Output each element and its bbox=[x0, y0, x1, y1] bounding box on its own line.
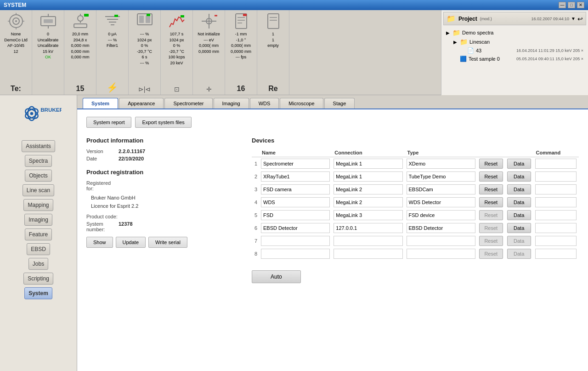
toolbar-spectrum[interactable]: 107,7 s 1024 px 0 % -20,7 °C 100 kcps 20… bbox=[161, 10, 193, 95]
project-dropdown-icon[interactable]: ▼ bbox=[571, 16, 576, 21]
sidebar-btn-imaging[interactable]: Imaging bbox=[24, 214, 52, 226]
device-connection-input[interactable] bbox=[334, 249, 402, 259]
auto-button[interactable]: Auto bbox=[252, 270, 301, 283]
tab-system[interactable]: System bbox=[83, 98, 118, 108]
device-reset-button[interactable]: Reset bbox=[479, 223, 503, 233]
devices-title: Devices bbox=[252, 137, 579, 144]
sidebar-btn-jobs[interactable]: Jobs bbox=[28, 258, 48, 270]
device-type-input[interactable] bbox=[407, 159, 475, 169]
device-type-input[interactable] bbox=[407, 184, 475, 194]
sidebar-btn-scripting[interactable]: Scripting bbox=[23, 273, 53, 285]
system-report-button[interactable]: System report bbox=[86, 117, 131, 128]
device-reset-button[interactable]: Reset bbox=[479, 210, 503, 220]
tab-imaging[interactable]: Imaging bbox=[214, 98, 249, 108]
device-type-input[interactable] bbox=[407, 249, 475, 259]
sidebar-btn-line-scan[interactable]: Line scan bbox=[23, 184, 54, 196]
project-panel: 📁 Project (mod.) 16.02.2007 09:44:10 ▼ ↩… bbox=[441, 10, 588, 95]
device-command-input[interactable] bbox=[535, 159, 577, 169]
write-serial-button[interactable]: Write serial bbox=[148, 237, 187, 248]
device-connection-input[interactable] bbox=[334, 197, 402, 207]
device-type-input[interactable] bbox=[407, 197, 475, 207]
device-name-input[interactable] bbox=[261, 249, 330, 259]
device-data-button[interactable]: Data bbox=[507, 171, 531, 182]
device-reset-button[interactable]: Reset bbox=[479, 171, 503, 182]
update-button[interactable]: Update bbox=[116, 237, 146, 248]
close-button[interactable]: ✕ bbox=[577, 2, 584, 8]
toolbar-detector[interactable]: --- % 1024 px 0 % -20,7 °C 6 s --- % ⊳|⊲ bbox=[129, 10, 161, 95]
device-data-button[interactable]: Data bbox=[507, 249, 531, 259]
device-type-input[interactable] bbox=[407, 210, 475, 220]
tree-item-43[interactable]: 📄 43 16.04.2014 11:01:29 15,0 keV 205 × bbox=[444, 46, 585, 55]
toolbar-wds[interactable]: Not initialize --- eV 0,000( mm 0,0000 m… bbox=[193, 10, 225, 95]
stage-icon bbox=[39, 12, 57, 30]
tree-item-linescan[interactable]: ▶ 📁 Linescan bbox=[444, 37, 585, 46]
device-name-input[interactable] bbox=[261, 236, 330, 246]
device-type-input[interactable] bbox=[407, 223, 475, 233]
device-name-input[interactable] bbox=[261, 159, 330, 169]
device-reset-button[interactable]: Reset bbox=[479, 249, 503, 259]
device-data-button[interactable]: Data bbox=[507, 223, 531, 233]
device-name-input[interactable] bbox=[261, 171, 330, 182]
sidebar-btn-objects[interactable]: Objects bbox=[25, 170, 52, 182]
device-name-input[interactable] bbox=[261, 197, 330, 207]
export-system-files-button[interactable]: Export system files bbox=[135, 117, 191, 128]
tree-item-test-sample[interactable]: 🟦 Test sample 0 05.05.2014 09:40:11 15,0… bbox=[444, 55, 585, 63]
toolbar-coordinates[interactable]: 20,0 mm 204,8 x 0,000 mm 0,000 mm 0,000 … bbox=[64, 10, 96, 95]
device-command-input[interactable] bbox=[535, 210, 577, 220]
expand-icon[interactable]: ▶ bbox=[446, 30, 452, 35]
device-command-input[interactable] bbox=[535, 249, 577, 259]
report-label: 16 bbox=[237, 85, 245, 93]
maximize-button[interactable]: □ bbox=[568, 2, 575, 8]
device-name-input[interactable] bbox=[261, 184, 330, 194]
device-type-input[interactable] bbox=[407, 236, 475, 246]
device-reset-button[interactable]: Reset bbox=[479, 236, 503, 246]
show-button[interactable]: Show bbox=[86, 237, 113, 248]
toolbar-report[interactable]: -1 mm -1,0 ° 0,000( mm 0,0000 mm --- fps… bbox=[225, 10, 257, 95]
expand-icon-linescan[interactable]: ▶ bbox=[453, 40, 459, 45]
tab-stage[interactable]: Stage bbox=[324, 98, 355, 108]
device-command-input[interactable] bbox=[535, 171, 577, 182]
device-connection-cell bbox=[332, 170, 404, 183]
device-data-button[interactable]: Data bbox=[507, 159, 531, 169]
device-type-cell bbox=[405, 157, 477, 171]
tab-microscope[interactable]: Microscope bbox=[280, 98, 323, 108]
device-command-input[interactable] bbox=[535, 197, 577, 207]
device-reset-button[interactable]: Reset bbox=[479, 197, 503, 207]
tab-spectrometer[interactable]: Spectrometer bbox=[164, 98, 212, 108]
device-name-input[interactable] bbox=[261, 210, 330, 220]
sidebar-btn-feature[interactable]: Feature bbox=[25, 228, 52, 240]
sidebar-btn-mapping[interactable]: Mapping bbox=[23, 199, 53, 211]
window-controls: — □ ✕ bbox=[559, 2, 584, 8]
tab-appearance[interactable]: Appearance bbox=[119, 98, 164, 108]
sidebar-btn-assistants[interactable]: Assistants bbox=[22, 140, 55, 152]
device-reset-button[interactable]: Reset bbox=[479, 184, 503, 194]
sidebar-btn-spectra[interactable]: Spectra bbox=[25, 155, 52, 167]
tab-wds[interactable]: WDS bbox=[250, 98, 279, 108]
minimize-button[interactable]: — bbox=[559, 2, 566, 8]
tree-item-demo-spectra[interactable]: ▶ 📁 Demo spectra bbox=[444, 28, 585, 37]
sidebar-btn-ebsd[interactable]: EBSD bbox=[27, 243, 50, 255]
device-connection-input[interactable] bbox=[334, 159, 402, 169]
device-data-button[interactable]: Data bbox=[507, 210, 531, 220]
device-command-input[interactable] bbox=[535, 184, 577, 194]
toolbar-filter[interactable]: 0 μA --- % Filter1 ⚡ bbox=[96, 10, 129, 95]
device-command-input[interactable] bbox=[535, 223, 577, 233]
device-connection-input[interactable] bbox=[334, 171, 402, 182]
device-command-input[interactable] bbox=[535, 236, 577, 246]
device-data-button[interactable]: Data bbox=[507, 184, 531, 194]
device-data-button[interactable]: Data bbox=[507, 197, 531, 207]
device-connection-input[interactable] bbox=[334, 223, 402, 233]
toolbar-beam[interactable]: None DemoCo Ltd AF-10/45 12 Te: bbox=[0, 10, 32, 95]
device-name-input[interactable] bbox=[261, 223, 330, 233]
device-row-num: 4 bbox=[252, 196, 259, 209]
toolbar-stage[interactable]: 0 Uncalibrate Uncalibrate 15 kV OK bbox=[32, 10, 64, 95]
device-type-input[interactable] bbox=[407, 171, 475, 182]
device-connection-input[interactable] bbox=[334, 236, 402, 246]
device-reset-button[interactable]: Reset bbox=[479, 159, 503, 169]
toolbar-re[interactable]: 1 1 empty Re bbox=[257, 10, 289, 95]
device-data-button[interactable]: Data bbox=[507, 236, 531, 246]
device-connection-input[interactable] bbox=[334, 210, 402, 220]
sidebar-btn-system[interactable]: System bbox=[24, 287, 52, 299]
project-back-icon[interactable]: ↩ bbox=[577, 15, 583, 23]
device-connection-input[interactable] bbox=[334, 184, 402, 194]
